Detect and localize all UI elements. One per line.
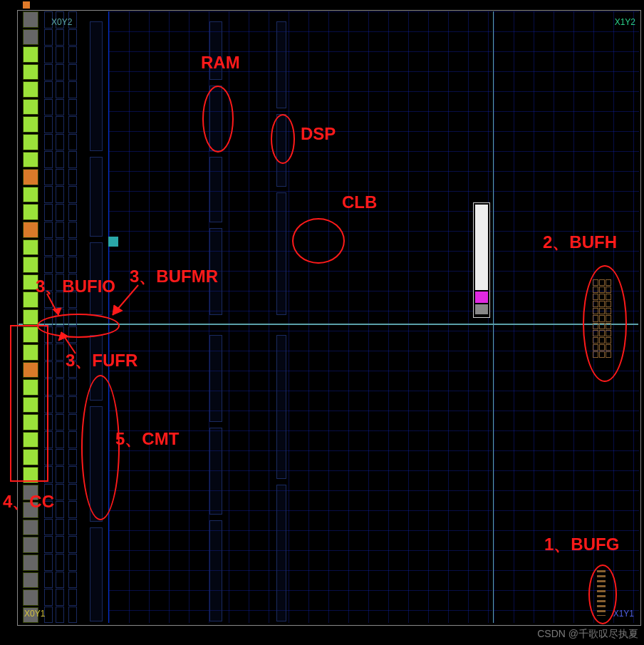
bufh-label: 2、BUFH bbox=[543, 231, 617, 254]
region-coord-bottom-left: X0Y1 bbox=[24, 609, 45, 619]
teal-marker bbox=[108, 237, 118, 247]
io-bank-column bbox=[23, 11, 38, 623]
cmt-ellipse bbox=[81, 375, 120, 520]
dsp-ellipse bbox=[271, 114, 295, 164]
ram-label: RAM bbox=[201, 53, 240, 73]
dsp-block-4 bbox=[276, 335, 286, 479]
block-column-a bbox=[90, 21, 103, 151]
hard-block-white bbox=[475, 205, 488, 290]
cc-rect bbox=[10, 325, 48, 482]
cc-label: 4、CC bbox=[3, 490, 54, 513]
clb-ellipse bbox=[292, 218, 345, 264]
cmt-label: 5、CMT bbox=[115, 428, 179, 450]
dsp-block-3 bbox=[276, 192, 286, 315]
block-column-b bbox=[90, 157, 103, 237]
dsp-block-1 bbox=[276, 21, 286, 108]
dsp-label: DSP bbox=[301, 124, 336, 144]
fufr-arrow-icon bbox=[56, 328, 84, 356]
bufg-ellipse bbox=[588, 564, 617, 624]
region-coord-top-right: X1Y2 bbox=[615, 17, 635, 27]
bram-block-6 bbox=[209, 428, 222, 515]
watermark: CSDN @千歌叹尽执夏 bbox=[537, 628, 638, 641]
region-coord-bottom-right: X1Y1 bbox=[613, 609, 634, 619]
svg-marker-3 bbox=[113, 305, 123, 315]
bufmr-arrow-icon bbox=[107, 284, 142, 319]
region-coord-top-left: X0Y2 bbox=[51, 17, 72, 27]
bufg-label: 1、BUFG bbox=[544, 533, 619, 556]
bram-block-5 bbox=[209, 335, 222, 422]
bram-block-3 bbox=[209, 157, 222, 222]
bram-block-7 bbox=[209, 520, 222, 621]
center-hard-block bbox=[473, 202, 490, 318]
ram-ellipse bbox=[202, 86, 234, 153]
dsp-block-5 bbox=[276, 485, 286, 621]
cmt-block-bot bbox=[90, 527, 103, 621]
bufmr-label: 3、BUFMR bbox=[130, 265, 218, 288]
clb-label: CLB bbox=[342, 192, 377, 212]
hard-block-magenta bbox=[475, 291, 488, 303]
hard-block-grey bbox=[475, 304, 488, 314]
bufh-ellipse bbox=[583, 265, 627, 382]
clock-region-left-grid bbox=[108, 11, 492, 623]
svg-marker-1 bbox=[53, 308, 61, 315]
corner-marker-icon bbox=[23, 1, 30, 9]
bufio-arrow-icon bbox=[43, 291, 71, 319]
